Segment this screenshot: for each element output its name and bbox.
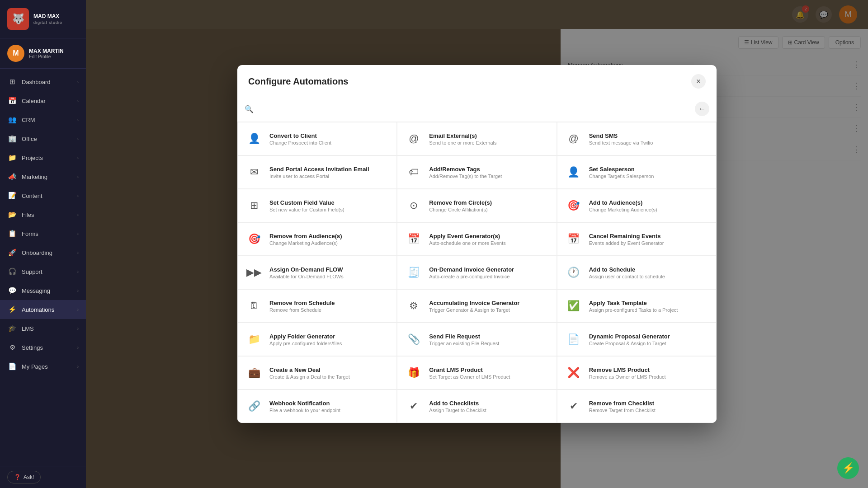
logo-icon: 🐺 [7,8,29,30]
projects-icon: 📁 [7,153,17,163]
automation-item[interactable]: 📎Send File RequestTrigger an existing Fi… [397,323,557,356]
configure-automations-modal: Configure Automations × 🔍 ← 👤Convert to … [237,65,717,423]
automation-icon: ✅ [565,297,583,315]
automation-desc: Assign pre-configured Tasks to a Project [589,307,678,313]
back-button[interactable]: ← [695,102,709,116]
automation-item[interactable]: ⊙Remove from Circle(s)Change Circle Affi… [397,189,557,222]
sidebar-item-label: Onboarding [22,249,77,256]
automation-item[interactable]: 📄Dynamic Proposal GeneratorCreate Propos… [557,323,717,356]
sidebar-item-onboarding[interactable]: 🚀 Onboarding › [0,243,86,262]
automation-item[interactable]: @Send SMSSend text message via Twilio [557,122,717,155]
automation-item[interactable]: 🧾On-Demand Invoice GeneratorAuto-create … [397,256,557,289]
marketing-icon: 📣 [7,172,17,182]
sidebar-item-label: Marketing [22,174,77,180]
edit-profile-link[interactable]: Edit Profile [29,54,64,59]
sidebar-item-mypages[interactable]: 📄 My Pages › [0,357,86,376]
automation-item[interactable]: 📅Cancel Remaining EventsEvents added by … [557,222,717,256]
sidebar-item-crm[interactable]: 👥 CRM › [0,110,86,129]
automation-title: Remove from Circle(s) [429,199,492,206]
lightning-button[interactable]: ⚡ [837,457,859,479]
calendar-icon: 📅 [7,96,17,106]
automation-title: Apply Folder Generator [269,333,342,340]
automation-desc: Auto-schedule one or more Events [429,240,505,246]
automation-icon: 🏷 [405,163,423,181]
sidebar-item-calendar[interactable]: 📅 Calendar › [0,91,86,110]
main-content: 🔔 2 💬 M ☰ List View ⊞ Card View Options … [86,0,868,488]
office-icon: 🏢 [7,134,17,144]
automation-item[interactable]: ❌Remove LMS ProductRemove as Owner of LM… [557,356,717,389]
automation-icon: 🎁 [405,364,423,382]
support-icon: 🎧 [7,267,17,277]
ask-button[interactable]: ❓ Ask! [7,471,41,483]
automation-desc: Remove as Owner of LMS Product [589,374,666,380]
automation-desc: Set new value for Custom Field(s) [269,207,344,212]
sidebar-item-dashboard[interactable]: ⊞ Dashboard › [0,72,86,91]
automation-item[interactable]: ⊞Set Custom Field ValueSet new value for… [237,189,397,222]
automation-title: On-Demand Invoice Generator [429,266,514,273]
automation-item[interactable]: 🎯Add to Audience(s)Change Marketing Audi… [557,189,717,222]
search-input[interactable] [258,105,695,113]
automation-item[interactable]: ✅Apply Task TemplateAssign pre-configure… [557,289,717,323]
automation-item[interactable]: 📁Apply Folder GeneratorApply pre-configu… [237,323,397,356]
sidebar-item-content[interactable]: 📝 Content › [0,186,86,205]
sidebar-item-messaging[interactable]: 💬 Messaging › [0,281,86,300]
messaging-icon: 💬 [7,286,17,296]
sidebar-item-lms[interactable]: 🎓 LMS › [0,319,86,338]
automation-title: Email External(s) [429,132,496,139]
automation-item[interactable]: ✉Send Portal Access Invitation EmailInvi… [237,155,397,189]
automation-title: Grant LMS Product [429,366,510,373]
automation-item[interactable]: @Email External(s)Send to one or more Ex… [397,122,557,155]
sidebar-item-settings[interactable]: ⚙ Settings › [0,338,86,357]
automation-item[interactable]: 💼Create a New DealCreate & Assign a Deal… [237,356,397,389]
user-name: MAX MARTIN [29,48,64,54]
sidebar-item-label: Forms [22,230,77,237]
sidebar-item-projects[interactable]: 📁 Projects › [0,148,86,167]
automation-item[interactable]: 📅Apply Event Generator(s)Auto-schedule o… [397,222,557,256]
automation-icon: ⚙ [405,297,423,315]
automation-item[interactable]: 👤Set SalespersonChange Target's Salesper… [557,155,717,189]
automation-title: Cancel Remaining Events [589,233,664,239]
automation-icon: 📁 [245,330,263,348]
automation-title: Webhook Notification [269,400,340,407]
sidebar-item-label: CRM [22,117,77,123]
automation-icon: 📅 [405,230,423,248]
sidebar-item-files[interactable]: 📂 Files › [0,205,86,224]
automation-item[interactable]: 👤Convert to ClientChange Prospect into C… [237,122,397,155]
automation-icon: ▶▶ [245,263,263,282]
automation-title: Add to Schedule [589,266,665,273]
modal-search-bar: 🔍 ← [237,96,717,122]
sidebar-item-support[interactable]: 🎧 Support › [0,262,86,281]
automation-title: Apply Task Template [589,300,678,306]
automation-item[interactable]: 🎁Grant LMS ProductSet Target as Owner of… [397,356,557,389]
automation-item[interactable]: 🔗Webhook NotificationFire a webhook to y… [237,389,397,423]
sidebar-item-label: Projects [22,155,77,161]
automation-icon: ✔ [405,397,423,415]
automation-item[interactable]: 🏷Add/Remove TagsAdd/Remove Tag(s) to the… [397,155,557,189]
automation-item[interactable]: 🕐Add to ScheduleAssign user or contact t… [557,256,717,289]
automation-item[interactable]: ✔Remove from ChecklistRemove Target from… [557,389,717,423]
automation-item[interactable]: ✔Add to ChecklistsAssign Target to Check… [397,389,557,423]
automation-title: Create a New Deal [269,366,350,373]
sidebar-item-office[interactable]: 🏢 Office › [0,129,86,148]
automation-item[interactable]: 🗓Remove from ScheduleRemove from Schedul… [237,289,397,323]
automation-item[interactable]: 🎯Remove from Audience(s)Change Marketing… [237,222,397,256]
automation-title: Accumulating Invoice Generator [429,300,519,306]
automation-item[interactable]: ⚙Accumulating Invoice GeneratorTrigger G… [397,289,557,323]
automation-desc: Fire a webhook to your endpoint [269,408,340,413]
modal-title: Configure Automations [248,76,348,87]
automation-title: Apply Event Generator(s) [429,233,505,239]
automation-icon: 🕐 [565,263,583,282]
automation-title: Set Salesperson [589,166,654,173]
close-button[interactable]: × [691,74,706,89]
sidebar-item-marketing[interactable]: 📣 Marketing › [0,167,86,186]
user-profile[interactable]: M MAX MARTIN Edit Profile [0,38,86,69]
automation-title: Send Portal Access Invitation Email [269,166,369,173]
sidebar-item-label: Support [22,268,77,275]
automation-item[interactable]: ▶▶Assign On-Demand FLOWAvailable for On-… [237,256,397,289]
sidebar-item-forms[interactable]: 📋 Forms › [0,224,86,243]
automation-desc: Available for On-Demand FLOWs [269,274,344,279]
automation-icon: 👤 [245,130,263,148]
sidebar: 🐺 MAD MAX digital studio M MAX MARTIN Ed… [0,0,86,488]
sidebar-item-automations[interactable]: ⚡ Automations › [0,300,86,319]
automation-icon: 🗓 [245,297,263,315]
